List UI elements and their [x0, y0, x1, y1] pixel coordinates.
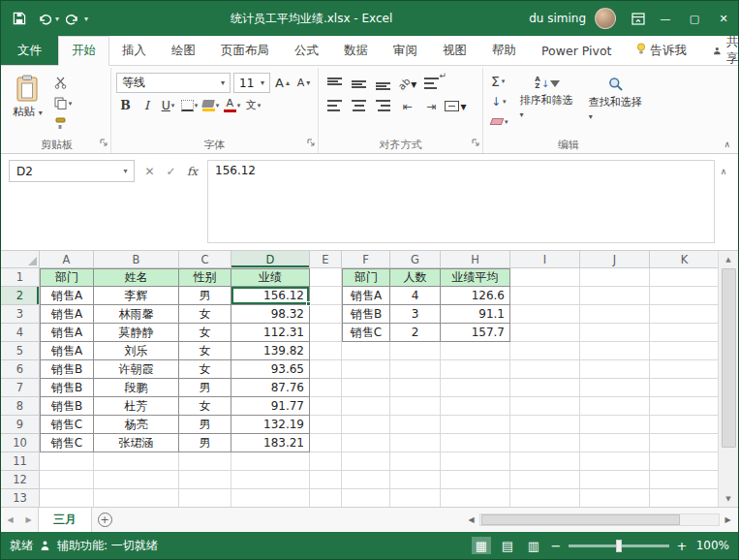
save-button[interactable] — [9, 7, 30, 30]
cell-K4[interactable] — [650, 324, 718, 342]
cell-G10[interactable] — [390, 434, 441, 452]
page-layout-view-button[interactable]: ▤ — [498, 537, 517, 554]
cell-D5[interactable]: 139.82 — [231, 342, 310, 360]
cell-I10[interactable] — [510, 434, 580, 452]
cell-I7[interactable] — [510, 379, 580, 397]
format-painter-button[interactable] — [51, 114, 76, 133]
cell-I5[interactable] — [510, 342, 580, 360]
italic-button[interactable]: I — [138, 96, 156, 114]
cell-C3[interactable]: 女 — [179, 305, 231, 324]
find-select-button[interactable]: 查找和选择 ▾ — [584, 71, 649, 126]
align-left-button[interactable] — [323, 97, 346, 115]
column-header-H[interactable]: H — [441, 251, 510, 268]
name-box[interactable]: D2 ▾ — [9, 160, 135, 182]
cell-B5[interactable]: 刘乐 — [94, 342, 179, 360]
cell-A8[interactable]: 销售B — [40, 397, 94, 416]
redo-button[interactable] — [62, 7, 83, 30]
cell-H7[interactable] — [441, 379, 510, 397]
cell-B1[interactable]: 姓名 — [94, 268, 179, 287]
cell-E1[interactable] — [310, 268, 342, 287]
cell-K13[interactable] — [650, 489, 718, 507]
fill-handle[interactable] — [306, 301, 311, 306]
cell-E9[interactable] — [310, 416, 342, 434]
align-right-button[interactable] — [372, 97, 394, 115]
cell-D8[interactable]: 91.77 — [231, 397, 310, 416]
row-header-5[interactable]: 5 — [1, 342, 40, 360]
wrap-text-button[interactable]: ↵ — [420, 75, 443, 93]
cell-B4[interactable]: 莫静静 — [94, 324, 179, 342]
cell-A3[interactable]: 销售A — [40, 305, 94, 324]
cell-C2[interactable]: 男 — [179, 287, 231, 305]
column-header-C[interactable]: C — [179, 251, 231, 268]
cell-G1[interactable]: 人数 — [390, 268, 441, 287]
column-header-K[interactable]: K — [650, 251, 718, 268]
ribbon-tab-file[interactable]: 文件 — [1, 36, 58, 65]
cell-G11[interactable] — [390, 452, 441, 471]
row-header-7[interactable]: 7 — [1, 379, 40, 397]
cell-K12[interactable] — [650, 471, 718, 489]
cell-B8[interactable]: 杜芳 — [94, 397, 179, 416]
clear-button[interactable]: ▾ — [488, 112, 511, 131]
cell-H13[interactable] — [441, 489, 510, 507]
column-header-E[interactable]: E — [310, 251, 342, 268]
cell-I4[interactable] — [510, 324, 580, 342]
cell-B6[interactable]: 许朝霞 — [94, 360, 179, 379]
cell-J1[interactable] — [580, 268, 650, 287]
zoom-slider[interactable] — [569, 544, 669, 547]
font-size-select[interactable]: 11 ▾ — [233, 73, 270, 93]
ribbon-tab-review[interactable]: 审阅 — [381, 36, 430, 65]
cell-J11[interactable] — [580, 452, 650, 471]
cell-J8[interactable] — [580, 397, 650, 416]
cell-E3[interactable] — [310, 305, 342, 324]
row-header-3[interactable]: 3 — [1, 305, 40, 324]
autosum-button[interactable]: Σ▾ — [488, 72, 511, 90]
cell-C10[interactable]: 男 — [179, 434, 231, 452]
cell-B2[interactable]: 李辉 — [94, 287, 179, 305]
cell-J6[interactable] — [580, 360, 650, 379]
cell-F8[interactable] — [342, 397, 390, 416]
cell-J10[interactable] — [580, 434, 650, 452]
cell-I6[interactable] — [510, 360, 580, 379]
cell-D13[interactable] — [231, 489, 310, 507]
cell-J3[interactable] — [580, 305, 650, 324]
font-name-select[interactable]: 等线 ▾ — [116, 73, 231, 93]
cell-A9[interactable]: 销售C — [40, 416, 94, 434]
cell-F7[interactable] — [342, 379, 390, 397]
cell-H4[interactable]: 157.7 — [441, 324, 510, 342]
name-box-dropdown[interactable]: ▾ — [117, 167, 134, 175]
ribbon-tab-formulas[interactable]: 公式 — [282, 36, 331, 65]
cut-button[interactable] — [51, 74, 76, 92]
row-header-2[interactable]: 2 — [1, 287, 40, 305]
cell-F9[interactable] — [342, 416, 390, 434]
cell-G4[interactable]: 2 — [390, 324, 441, 342]
sheet-tab-active[interactable]: 三月 — [38, 508, 92, 532]
cell-C9[interactable]: 男 — [179, 416, 231, 434]
cell-G5[interactable] — [390, 342, 441, 360]
row-header-9[interactable]: 9 — [1, 416, 40, 434]
cell-B12[interactable] — [94, 471, 179, 489]
column-header-I[interactable]: I — [510, 251, 580, 268]
cell-H10[interactable] — [441, 434, 510, 452]
row-header-8[interactable]: 8 — [1, 397, 40, 416]
sheet-nav-right-button[interactable]: ▶ — [19, 508, 38, 532]
cell-H11[interactable] — [441, 452, 510, 471]
cell-F11[interactable] — [342, 452, 390, 471]
normal-view-button[interactable]: ▦ — [472, 537, 491, 554]
cell-D11[interactable] — [231, 452, 310, 471]
ribbon-tab-draw[interactable]: 绘图 — [159, 36, 208, 65]
cell-B7[interactable]: 段鹏 — [94, 379, 179, 397]
cell-A10[interactable]: 销售C — [40, 434, 94, 452]
cell-A4[interactable]: 销售A — [40, 324, 94, 342]
cell-E10[interactable] — [310, 434, 342, 452]
ribbon-tab-view[interactable]: 视图 — [430, 36, 479, 65]
cell-A11[interactable] — [40, 452, 94, 471]
fill-button[interactable]: ↓▾ — [488, 92, 511, 110]
horizontal-scroll-thumb[interactable] — [481, 514, 680, 525]
orientation-button[interactable]: ab▾ — [396, 75, 418, 93]
alignment-dialog-launcher[interactable] — [472, 137, 480, 150]
cell-D4[interactable]: 112.31 — [231, 324, 310, 342]
cell-D2-selected[interactable]: 156.12 — [231, 287, 310, 305]
cell-J4[interactable] — [580, 324, 650, 342]
cell-F3[interactable]: 销售B — [342, 305, 390, 324]
clipboard-dialog-launcher[interactable] — [100, 137, 108, 150]
